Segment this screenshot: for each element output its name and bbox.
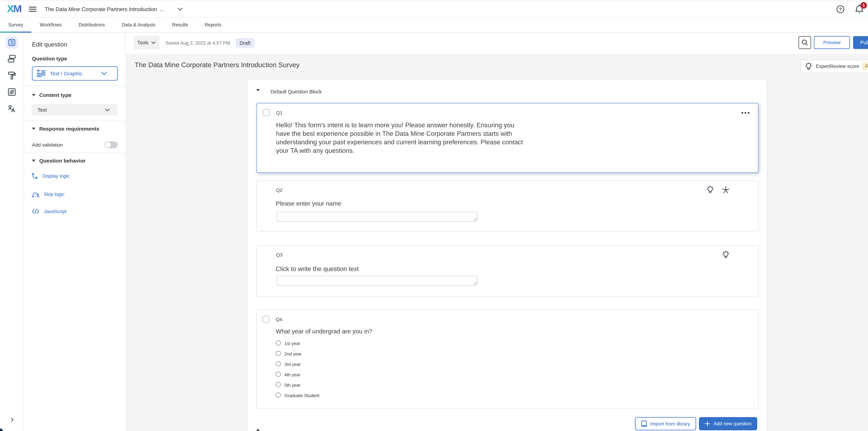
svg-text:?: ? bbox=[839, 7, 842, 12]
